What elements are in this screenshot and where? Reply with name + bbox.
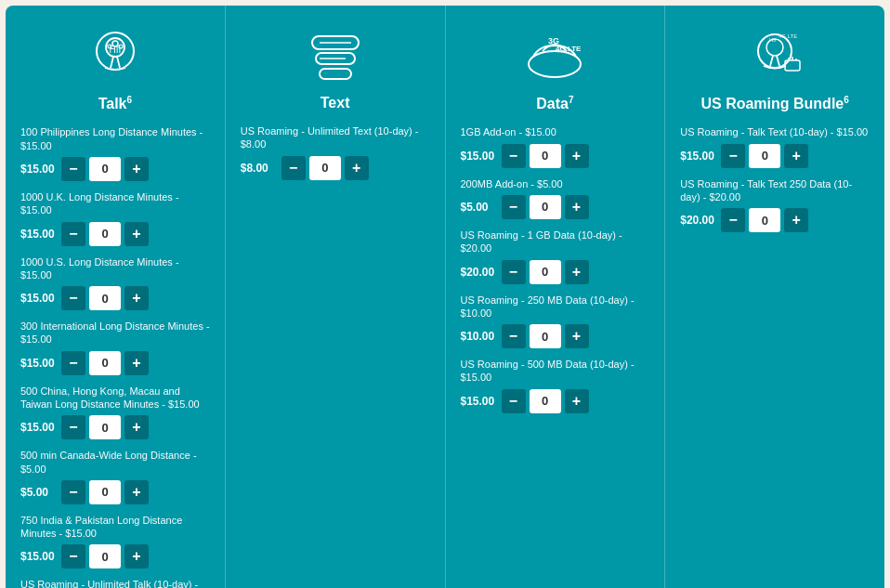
talk-item-0-increment[interactable]: +: [124, 157, 149, 181]
talk-item-1-increment[interactable]: +: [124, 222, 149, 246]
data-item-3-label: US Roaming - 250 MB Data (10-day) - $10.…: [461, 294, 650, 320]
roaming-items-list: US Roaming - Talk Text (10-day) - $15.00…: [680, 125, 870, 232]
talk-item-3-stepper: $15.00−+: [20, 351, 210, 375]
text-item-0-quantity[interactable]: [309, 156, 341, 180]
talk-item-3-decrement[interactable]: −: [61, 351, 85, 375]
roaming-item-1-decrement[interactable]: −: [721, 208, 745, 232]
data-item-3: US Roaming - 250 MB Data (10-day) - $10.…: [461, 294, 650, 349]
data-item-2-quantity[interactable]: [530, 260, 561, 284]
talk-item-3-quantity[interactable]: [89, 351, 121, 375]
text-item-0: US Roaming - Unlimited Text (10-day) - $…: [241, 124, 430, 180]
column-talk: HII Talk6100 Philippines Long Distance M…: [6, 6, 226, 588]
data-item-0-increment[interactable]: +: [565, 144, 589, 168]
data-item-2-stepper: $20.00−+: [461, 260, 650, 284]
talk-item-2-price: $15.00: [20, 292, 58, 305]
talk-items-list: 100 Philippines Long Distance Minutes - …: [20, 125, 210, 588]
data-item-3-increment[interactable]: +: [565, 324, 589, 348]
talk-item-5-increment[interactable]: +: [124, 480, 149, 504]
talk-item-3-price: $15.00: [20, 357, 58, 370]
data-item-4-decrement[interactable]: −: [502, 389, 526, 413]
talk-item-1-quantity[interactable]: [89, 222, 121, 246]
talk-item-0-label: 100 Philippines Long Distance Minutes - …: [20, 125, 210, 152]
talk-item-3-increment[interactable]: +: [124, 351, 149, 375]
data-item-4-stepper: $15.00−+: [461, 389, 650, 413]
text-items-list: US Roaming - Unlimited Text (10-day) - $…: [241, 124, 430, 180]
data-item-2: US Roaming - 1 GB Data (10-day) - $20.00…: [461, 229, 650, 284]
talk-item-6-decrement[interactable]: −: [61, 544, 85, 568]
talk-item-6-stepper: $15.00−+: [20, 544, 210, 568]
talk-item-4-increment[interactable]: +: [124, 415, 149, 439]
roaming-item-1-label: US Roaming - Talk Text 250 Data (10-day)…: [680, 177, 870, 204]
column-data: 3G 4G LTE Data71GB Add-on - $15.00$15.00…: [446, 6, 666, 588]
svg-text:4G LTE: 4G LTE: [779, 33, 797, 39]
data-item-3-quantity[interactable]: [530, 324, 561, 348]
data-item-1-stepper: $5.00−+: [461, 195, 650, 219]
roaming-item-0-increment[interactable]: +: [784, 144, 808, 168]
data-item-1: 200MB Add-on - $5.00$5.00−+: [461, 177, 650, 219]
talk-item-6-quantity[interactable]: [89, 544, 121, 568]
roaming-item-1: US Roaming - Talk Text 250 Data (10-day)…: [680, 177, 870, 233]
text-item-0-label: US Roaming - Unlimited Text (10-day) - $…: [241, 124, 430, 151]
svg-line-21: [777, 56, 779, 66]
svg-rect-10: [320, 69, 351, 79]
roaming-item-1-quantity[interactable]: [749, 208, 780, 232]
text-item-0-decrement[interactable]: −: [281, 156, 306, 180]
data-item-4-increment[interactable]: +: [565, 389, 589, 413]
talk-item-0: 100 Philippines Long Distance Minutes - …: [20, 125, 210, 181]
roaming-item-0-decrement[interactable]: −: [721, 144, 745, 168]
roaming-icon: HII 4G LTE: [738, 22, 812, 87]
roaming-item-1-increment[interactable]: +: [784, 208, 808, 232]
data-item-3-stepper: $10.00−+: [461, 324, 650, 348]
text-item-0-price: $8.00: [241, 162, 278, 175]
talk-item-4-decrement[interactable]: −: [61, 415, 85, 439]
talk-item-2-increment[interactable]: +: [124, 286, 149, 310]
talk-item-5-quantity[interactable]: [89, 480, 121, 504]
talk-icon: HII: [78, 22, 152, 87]
talk-item-2-label: 1000 U.S. Long Distance Minutes - $15.00: [20, 255, 210, 282]
data-item-1-quantity[interactable]: [530, 195, 561, 219]
svg-line-4: [117, 57, 120, 68]
talk-item-4-label: 500 China, Hong Kong, Macau and Taiwan L…: [20, 385, 210, 412]
data-item-1-label: 200MB Add-on - $5.00: [461, 177, 650, 190]
data-item-0-stepper: $15.00−+: [461, 144, 650, 168]
talk-item-4-quantity[interactable]: [89, 415, 121, 439]
roaming-item-1-price: $20.00: [680, 214, 717, 227]
data-item-2-increment[interactable]: +: [565, 260, 589, 284]
data-item-3-decrement[interactable]: −: [502, 324, 526, 348]
svg-text:HII: HII: [769, 37, 777, 43]
talk-item-1-decrement[interactable]: −: [61, 222, 85, 246]
column-text: TextUS Roaming - Unlimited Text (10-day)…: [226, 6, 446, 588]
talk-item-4-price: $15.00: [20, 421, 58, 434]
talk-item-2-decrement[interactable]: −: [61, 286, 85, 310]
talk-item-2-stepper: $15.00−+: [20, 286, 210, 310]
talk-item-5-decrement[interactable]: −: [61, 480, 85, 504]
data-item-0-quantity[interactable]: [530, 144, 561, 168]
talk-item-0-quantity[interactable]: [89, 157, 121, 181]
data-item-0-decrement[interactable]: −: [502, 144, 526, 168]
roaming-item-0-quantity[interactable]: [749, 144, 780, 168]
talk-item-4: 500 China, Hong Kong, Macau and Taiwan L…: [20, 385, 210, 440]
roaming-item-0-stepper: $15.00−+: [680, 144, 870, 168]
talk-item-6-increment[interactable]: +: [124, 544, 149, 568]
talk-item-7: US Roaming - Unlimited Talk (10-day) - $…: [20, 578, 210, 588]
text-item-0-increment[interactable]: +: [345, 156, 369, 180]
data-item-0-label: 1GB Add-on - $15.00: [461, 125, 650, 138]
data-item-4-quantity[interactable]: [530, 389, 561, 413]
column-roaming: HII 4G LTE US Roaming Bundle6US Roaming …: [665, 6, 884, 588]
data-item-2-decrement[interactable]: −: [502, 260, 526, 284]
talk-title: Talk6: [98, 95, 132, 112]
data-item-3-price: $10.00: [461, 330, 498, 343]
data-item-1-decrement[interactable]: −: [502, 195, 526, 219]
talk-item-5-stepper: $5.00−+: [20, 480, 210, 504]
data-item-4-label: US Roaming - 500 MB Data (10-day) - $15.…: [461, 358, 650, 385]
roaming-item-0-label: US Roaming - Talk Text (10-day) - $15.00: [680, 125, 870, 138]
data-item-1-increment[interactable]: +: [565, 195, 589, 219]
data-item-1-price: $5.00: [461, 201, 498, 214]
talk-item-2-quantity[interactable]: [89, 286, 121, 310]
data-item-2-label: US Roaming - 1 GB Data (10-day) - $20.00: [461, 229, 650, 255]
talk-item-0-decrement[interactable]: −: [61, 157, 85, 181]
talk-item-7-label: US Roaming - Unlimited Talk (10-day) - $…: [20, 578, 210, 588]
data-icon: 3G 4G LTE: [517, 22, 592, 87]
text-item-0-stepper: $8.00−+: [241, 156, 430, 180]
roaming-item-0: US Roaming - Talk Text (10-day) - $15.00…: [680, 125, 870, 167]
